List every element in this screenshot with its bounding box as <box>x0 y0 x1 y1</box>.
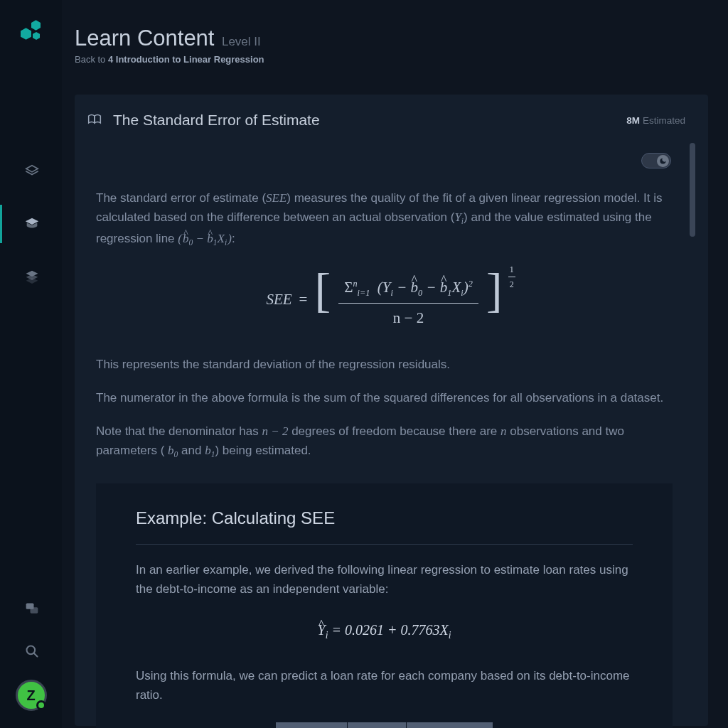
paragraph: This represents the standard deviation o… <box>96 355 673 374</box>
svg-marker-0 <box>31 20 41 30</box>
nav-item-3[interactable] <box>0 257 62 296</box>
search-icon[interactable] <box>0 637 62 665</box>
sidebar-bottom: Z <box>0 594 62 711</box>
example-table: Company X Y (Predicted) 1 0.1952 0.1776 <box>275 722 494 728</box>
scrollbar[interactable] <box>690 143 695 728</box>
paragraph: In an earlier example, we derived the fo… <box>136 560 633 599</box>
chat-icon[interactable] <box>0 594 62 623</box>
app-logo[interactable] <box>21 20 42 41</box>
table-header: X <box>347 722 406 728</box>
svg-rect-8 <box>31 607 38 613</box>
page-header: Learn Content Level II Back to 4 Introdu… <box>62 0 708 65</box>
avatar-initial: Z <box>26 687 35 704</box>
nav-item-1[interactable] <box>0 152 62 191</box>
breadcrumb[interactable]: Back to 4 Introduction to Linear Regress… <box>75 54 695 65</box>
nav-item-learn[interactable] <box>0 205 62 243</box>
content-card: The Standard Error of Estimate 8MEstimat… <box>75 95 708 726</box>
svg-marker-6 <box>26 278 38 284</box>
sidebar-nav <box>0 152 62 296</box>
card-body: The standard error of estimate (SEE) mea… <box>96 143 685 728</box>
card-title: The Standard Error of Estimate <box>113 112 320 129</box>
page-level: Level II <box>222 35 261 48</box>
paragraph: Using this formula, we can predict a loa… <box>136 666 633 705</box>
presence-dot <box>36 700 46 710</box>
paragraph: The numerator in the above formula is th… <box>96 388 673 407</box>
page-title: Learn Content <box>75 26 214 51</box>
card-header: The Standard Error of Estimate 8MEstimat… <box>75 95 708 143</box>
example-heading: Example: Calculating SEE <box>136 505 633 544</box>
sidebar: Z <box>0 0 62 728</box>
moon-icon <box>657 155 669 167</box>
main: Learn Content Level II Back to 4 Introdu… <box>62 0 728 728</box>
svg-marker-3 <box>26 166 38 172</box>
table-header: Y (Predicted) <box>406 722 493 728</box>
paragraph: The standard error of estimate (SEE) mea… <box>96 188 673 250</box>
svg-line-10 <box>34 653 38 657</box>
svg-marker-2 <box>33 32 40 40</box>
svg-marker-1 <box>21 28 31 40</box>
formula-see: SEE = [ Σni=1 (Yi − b0 − b1Xi)2 n − 2 ] <box>96 269 673 331</box>
dark-mode-toggle[interactable] <box>641 153 671 168</box>
avatar[interactable]: Z <box>16 680 47 711</box>
formula-regression: Yi = 0.0261 + 0.7763Xi <box>136 619 633 643</box>
card-meta: 8MEstimated <box>626 115 685 126</box>
book-icon <box>87 112 102 129</box>
article: The standard error of estimate (SEE) mea… <box>96 188 673 728</box>
scrollbar-thumb[interactable] <box>690 143 695 237</box>
example-box: Example: Calculating SEE In an earlier e… <box>96 483 673 728</box>
table-header: Company <box>275 722 347 728</box>
paragraph: Note that the denominator has n − 2 degr… <box>96 422 673 462</box>
